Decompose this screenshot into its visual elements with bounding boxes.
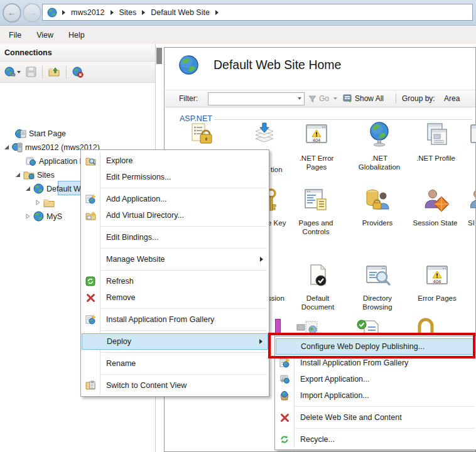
- breadcrumb-server[interactable]: mws2012: [71, 8, 105, 17]
- collapsed-arrow-icon[interactable]: [35, 200, 41, 205]
- menu-item-add-application[interactable]: Add Application...: [81, 191, 269, 207]
- net-profile-icon[interactable]: [423, 122, 448, 147]
- submenu-item-recycle[interactable]: Recycle...: [275, 431, 476, 448]
- submenu-item-import-application[interactable]: Import Application...: [275, 387, 476, 404]
- web-site-icon: [33, 211, 44, 222]
- breadcrumb-arrow-icon: [142, 10, 145, 15]
- breadcrumb-arrow-icon: [215, 10, 219, 15]
- web-site-icon: [33, 183, 44, 194]
- tree-item-sites[interactable]: Sites: [15, 168, 55, 181]
- menu-item-add-virtual-directory[interactable]: Add Virtual Directory...: [81, 207, 269, 223]
- menu-item-edit-bindings[interactable]: Edit Bindings...: [81, 229, 269, 245]
- default-document-label: Default Document: [291, 294, 344, 312]
- default-document-icon[interactable]: [305, 263, 330, 289]
- net-compilation-icon[interactable]: [252, 122, 277, 148]
- providers-icon[interactable]: [365, 188, 391, 214]
- expanded-arrow-icon[interactable]: [15, 172, 21, 178]
- address-bar[interactable]: mws2012 Sites Default Web Site: [42, 4, 473, 21]
- cut-feature-icon[interactable]: [275, 319, 281, 335]
- menu-file[interactable]: File: [3, 28, 28, 42]
- menu-separator: [81, 306, 269, 311]
- pages-and-controls-label: Pages and Controls: [289, 219, 342, 237]
- error-pages-icon[interactable]: 404: [425, 263, 450, 288]
- cut-feature-icon[interactable]: [468, 122, 476, 147]
- submenu-arrow-icon: [259, 339, 262, 344]
- breadcrumb-default-web-site[interactable]: Default Web Site: [151, 8, 210, 17]
- filter-input[interactable]: [208, 92, 305, 105]
- export-application-icon: [275, 374, 294, 384]
- menu-item-refresh[interactable]: Refresh: [81, 273, 269, 289]
- toolbar-separator: [42, 66, 43, 78]
- iis-manager-window: ← → mws2012 Sites Default Web Site File …: [0, 0, 476, 452]
- net-error-pages-icon[interactable]: 404: [304, 122, 329, 147]
- menu-item-rename[interactable]: Rename: [81, 355, 269, 372]
- save-connections-button[interactable]: [24, 65, 38, 78]
- forward-button[interactable]: →: [23, 3, 41, 23]
- svg-text:404: 404: [313, 137, 321, 143]
- delete-x-icon: [275, 413, 294, 422]
- expanded-arrow-icon[interactable]: [25, 186, 31, 191]
- submenu-item-install-application-from-gallery[interactable]: Install Application From Gallery: [275, 355, 476, 371]
- group-by-select[interactable]: Area: [444, 90, 460, 107]
- menu-separator: [81, 223, 269, 229]
- menu-separator: [275, 404, 476, 409]
- submenu-item-configure-web-deploy-publishing[interactable]: Configure Web Deploy Publishing...: [276, 338, 475, 355]
- menu-view[interactable]: View: [30, 28, 60, 42]
- net-compilation-label-fragment: tion: [271, 166, 283, 173]
- session-state-icon[interactable]: [423, 188, 449, 214]
- show-all-button[interactable]: Show All: [355, 90, 384, 107]
- chevron-down-icon: [17, 71, 21, 73]
- breadcrumb-arrow-icon: [62, 10, 65, 15]
- submenu-item-delete-web-site-and-content[interactable]: Delete Web Site and Content: [275, 409, 476, 426]
- breadcrumb-arrow-icon: [111, 10, 114, 15]
- go-button[interactable]: Go: [319, 90, 329, 107]
- session-state-label: Session State: [409, 219, 462, 228]
- expanded-arrow-icon[interactable]: [4, 144, 9, 150]
- tree-item-my-site[interactable]: MyS: [25, 210, 62, 223]
- menu-separator: [81, 267, 269, 273]
- menu-separator: [81, 245, 269, 251]
- menu-item-remove[interactable]: Remove: [81, 289, 269, 306]
- go-funnel-icon: [308, 90, 316, 107]
- up-level-button[interactable]: [47, 65, 62, 78]
- tree-item-start-page[interactable]: Start Page: [15, 127, 66, 140]
- providers-label: Providers: [351, 219, 404, 228]
- collapsed-arrow-icon[interactable]: [25, 213, 31, 219]
- site-globe-icon: [47, 8, 57, 18]
- create-connection-button[interactable]: [3, 65, 22, 79]
- menu-item-deploy[interactable]: Deploy: [82, 333, 268, 350]
- directory-browsing-icon[interactable]: [365, 264, 391, 289]
- menu-item-manage-website[interactable]: Manage Website: [81, 251, 269, 267]
- compression-label-fragment: ssion: [268, 294, 284, 302]
- menu-item-explore[interactable]: Explore: [81, 153, 269, 169]
- menu-item-edit-permissions[interactable]: Edit Permissions...: [81, 169, 269, 185]
- install-gallery-icon: [81, 315, 100, 325]
- folder-icon: [43, 198, 55, 207]
- title-bar: ← → mws2012 Sites Default Web Site: [0, 0, 476, 26]
- cut-feature-icon[interactable]: [470, 188, 476, 214]
- cut-feature-icon[interactable]: [296, 320, 321, 335]
- pages-and-controls-icon[interactable]: [303, 188, 328, 214]
- install-gallery-icon: [275, 358, 294, 369]
- svg-text:404: 404: [433, 279, 441, 284]
- import-application-icon: [275, 390, 294, 401]
- chevron-down-icon: [298, 97, 301, 100]
- go-options-chevron-icon[interactable]: [333, 90, 337, 107]
- submenu-item-export-application[interactable]: Export Application...: [275, 371, 476, 387]
- site-context-menu: Explore Edit Permissions... Add Applicat…: [80, 149, 269, 397]
- menu-item-switch-to-content-view[interactable]: Switch to Content View: [81, 377, 269, 394]
- menu-separator: [275, 426, 476, 431]
- breadcrumb-sites[interactable]: Sites: [119, 8, 137, 17]
- menu-help[interactable]: Help: [62, 28, 91, 42]
- menu-item-install-application-from-gallery[interactable]: Install Application From Gallery: [81, 311, 269, 328]
- cut-feature-icon[interactable]: [415, 318, 436, 334]
- toolbar-separator: [396, 90, 396, 107]
- splitter-grip[interactable]: [156, 48, 162, 64]
- tree-item-folder[interactable]: [35, 196, 55, 209]
- net-authorization-rules-icon[interactable]: [189, 122, 214, 148]
- disconnect-button[interactable]: [71, 65, 85, 79]
- cut-feature-icon[interactable]: [355, 320, 381, 335]
- menu-separator: [81, 372, 269, 377]
- back-button[interactable]: ←: [3, 3, 21, 23]
- net-globalization-icon[interactable]: [367, 121, 392, 148]
